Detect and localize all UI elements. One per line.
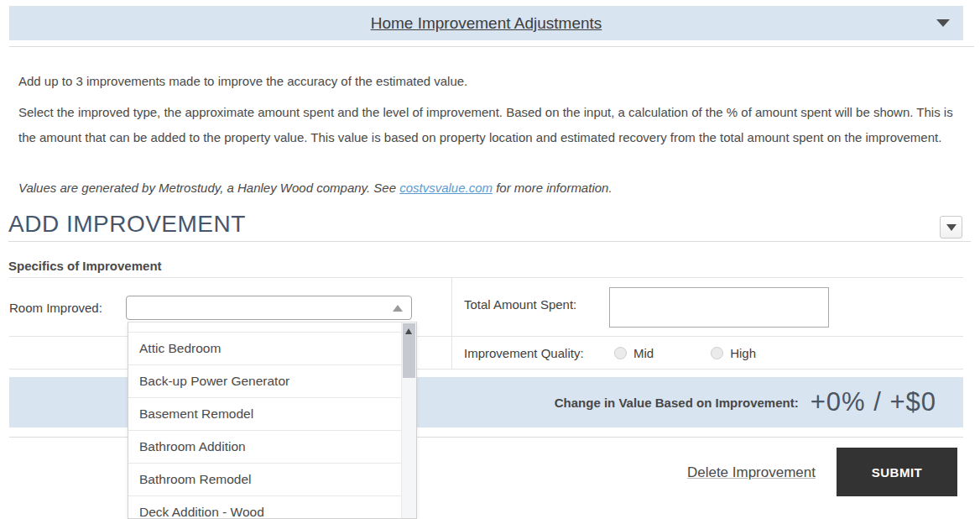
panel-header[interactable]: Home Improvement Adjustments <box>9 6 963 40</box>
amount-spent-cell: Total Amount Spent: <box>451 278 963 336</box>
attribution-note: Values are generated by Metrostudy, a Ha… <box>18 180 958 197</box>
amount-spent-label: Total Amount Spent: <box>464 297 576 312</box>
attribution-suffix: for more information. <box>493 181 612 195</box>
submit-button[interactable]: SUBMIT <box>837 448 957 496</box>
quality-cell: Improvement Quality: Mid High <box>451 337 963 369</box>
quality-mid-label: Mid <box>633 346 654 360</box>
room-improved-dropdown: Attic Bedroom Back-up Power Generator Ba… <box>128 322 417 519</box>
dropdown-option[interactable]: Deck Addition - Wood <box>128 496 402 519</box>
room-improved-select[interactable] <box>126 296 412 320</box>
change-in-value-amount: +0% / +$0 <box>811 387 936 417</box>
dropdown-option[interactable]: Basement Remodel <box>128 398 402 431</box>
dropdown-empty-option[interactable] <box>128 322 402 333</box>
quality-mid-radio[interactable] <box>614 347 627 359</box>
intro-line-1: Add up to 3 improvements made to improve… <box>18 73 958 90</box>
dropdown-option[interactable]: Back-up Power Generator <box>128 365 402 398</box>
collapse-section-button[interactable] <box>940 216 962 239</box>
quality-radio-group: Mid High <box>614 337 756 369</box>
home-improvement-adjustments-panel: Home Improvement Adjustments Add up to 3… <box>0 0 980 519</box>
panel-title: Home Improvement Adjustments <box>371 14 602 33</box>
section-title: ADD IMPROVEMENT <box>8 211 246 238</box>
change-in-value-label: Change in Value Based on Improvement: <box>555 396 799 410</box>
costvsvalue-link[interactable]: costvsvalue.com <box>399 181 493 195</box>
chevron-down-icon[interactable] <box>936 19 950 27</box>
dropdown-option-list: Attic Bedroom Back-up Power Generator Ba… <box>128 322 402 519</box>
divider <box>9 46 974 47</box>
chevron-up-icon <box>393 305 403 312</box>
dropdown-scrollbar[interactable] <box>401 322 416 518</box>
subsection-title: Specifics of Improvement <box>8 259 162 273</box>
dropdown-option[interactable]: Bathroom Remodel <box>128 464 402 496</box>
total-amount-input[interactable] <box>609 287 829 328</box>
divider <box>8 241 971 242</box>
quality-high-radio[interactable] <box>711 347 723 359</box>
dropdown-option[interactable]: Bathroom Addition <box>128 431 402 464</box>
attribution-prefix: Values are generated by Metrostudy, a Ha… <box>18 181 399 195</box>
scroll-up-icon[interactable] <box>405 328 412 334</box>
chevron-down-icon <box>946 224 957 231</box>
dropdown-option[interactable]: Attic Bedroom <box>128 333 402 365</box>
delete-improvement-link[interactable]: Delete Improvement <box>687 464 816 481</box>
quality-high-label: High <box>730 346 756 360</box>
room-improved-label: Room Improved: <box>9 301 102 315</box>
intro-line-2: Select the improved type, the approximat… <box>18 100 958 150</box>
quality-label: Improvement Quality: <box>464 346 584 360</box>
